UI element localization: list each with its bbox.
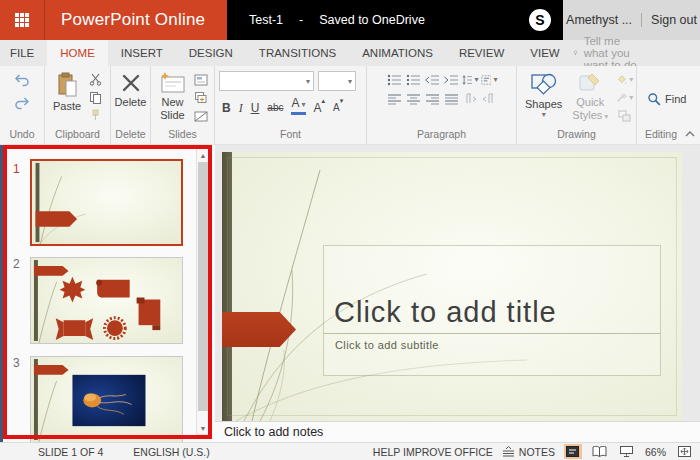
undo-group-label: Undo xyxy=(0,127,44,144)
normal-view-icon xyxy=(566,446,579,457)
new-slide-icon xyxy=(159,72,186,94)
tab-transitions[interactable]: TRANSITIONS xyxy=(246,40,349,66)
slide-canvas[interactable]: Click to add title Click to add subtitle xyxy=(222,152,682,421)
tab-home[interactable]: HOME xyxy=(47,40,108,66)
tab-design[interactable]: DESIGN xyxy=(176,40,246,66)
font-color-button[interactable]: A xyxy=(291,96,305,115)
ribbon-group-slides: New Slide Slides xyxy=(151,66,215,144)
shapes-button[interactable]: Shapes xyxy=(521,71,566,127)
notes-toggle[interactable]: NOTES xyxy=(502,446,555,458)
fit-to-window-button[interactable] xyxy=(675,444,693,459)
ribbon-group-font: B I U abc A A▴ A▾ Font xyxy=(215,66,367,144)
zoom-level[interactable]: 66% xyxy=(645,446,666,458)
sign-out-link[interactable]: Sign out xyxy=(641,13,697,27)
notes-placeholder[interactable]: Click to add notes xyxy=(215,421,700,442)
redo-button[interactable] xyxy=(14,96,30,114)
red-arrow-shape xyxy=(222,312,296,347)
shrink-font-button[interactable]: A▾ xyxy=(333,98,343,115)
title-placeholder[interactable]: Click to add title xyxy=(324,246,660,334)
tab-animations[interactable]: ANIMATIONS xyxy=(349,40,446,66)
scroll-up-arrow-icon[interactable]: ▲ xyxy=(197,149,209,161)
ltr-text-button[interactable] xyxy=(462,91,479,106)
bullets-button[interactable] xyxy=(386,72,403,87)
ribbon-tab-bar: FILE HOME INSERT DESIGN TRANSITIONS ANIM… xyxy=(0,40,700,66)
panel-scrollbar[interactable]: ▲ ▼ xyxy=(196,148,210,435)
slide-3-thumbnail[interactable] xyxy=(30,356,183,442)
slide-1-number: 1 xyxy=(13,162,20,176)
format-painter-button[interactable] xyxy=(87,108,104,123)
delete-button[interactable]: Delete xyxy=(111,71,151,127)
cut-button[interactable] xyxy=(87,72,104,87)
title-dash: - xyxy=(299,13,303,27)
document-info: Test-1 - Saved to OneDrive xyxy=(227,0,517,40)
scroll-down-arrow-icon[interactable]: ▼ xyxy=(197,422,209,434)
panel-scrollbar-thumb[interactable] xyxy=(198,162,208,411)
tab-file[interactable]: FILE xyxy=(0,40,47,66)
slideshow-view-button[interactable] xyxy=(618,444,636,459)
ribbon-group-undo: Undo xyxy=(0,66,45,144)
rtl-text-button[interactable] xyxy=(481,91,498,106)
account-name[interactable]: Amethyst ... xyxy=(566,13,641,27)
line-spacing-button[interactable] xyxy=(462,72,479,87)
shape-fill-button[interactable] xyxy=(616,72,633,87)
tab-review[interactable]: REVIEW xyxy=(446,40,517,66)
align-right-button[interactable] xyxy=(424,91,441,106)
language-indicator[interactable]: ENGLISH (U.S.) xyxy=(133,446,209,458)
copy-button[interactable] xyxy=(87,90,104,105)
slide-2-number: 2 xyxy=(13,257,20,271)
strikethrough-button[interactable]: abc xyxy=(267,101,283,115)
shape-outline-button[interactable] xyxy=(616,90,633,105)
document-title[interactable]: Test-1 xyxy=(249,13,283,27)
align-left-button[interactable] xyxy=(386,91,403,106)
slide-position-indicator: SLIDE 1 OF 4 xyxy=(38,446,103,458)
arrange-button[interactable] xyxy=(616,108,633,123)
shapes-icon xyxy=(530,72,558,96)
align-center-button[interactable] xyxy=(405,91,422,106)
tab-view[interactable]: VIEW xyxy=(517,40,572,66)
find-button[interactable]: Find xyxy=(641,71,692,127)
new-slide-label: New Slide xyxy=(159,96,186,121)
grow-font-button[interactable]: A▴ xyxy=(314,98,326,115)
slide-1-thumbnail[interactable] xyxy=(30,159,183,246)
quick-styles-label: Quick Styles xyxy=(570,96,610,121)
text-direction-button[interactable] xyxy=(481,72,498,87)
reading-view-button[interactable] xyxy=(591,444,609,459)
decrease-indent-button[interactable] xyxy=(424,72,441,87)
italic-button[interactable]: I xyxy=(239,101,243,115)
subtitle-placeholder[interactable]: Click to add subtitle xyxy=(324,334,660,356)
save-status: Saved to OneDrive xyxy=(319,13,425,27)
layout-button[interactable] xyxy=(192,72,209,87)
normal-view-button[interactable] xyxy=(564,444,582,459)
increase-indent-button[interactable] xyxy=(443,72,460,87)
new-slide-button[interactable]: New Slide xyxy=(155,71,190,127)
drawing-group-label: Drawing xyxy=(517,127,636,144)
slide-3-preview xyxy=(31,357,182,442)
hide-slide-button[interactable] xyxy=(192,108,209,123)
ribbon-group-delete: Delete Delete xyxy=(111,66,151,144)
title-placeholder-box[interactable]: Click to add title Click to add subtitle xyxy=(323,245,661,376)
font-size-select[interactable] xyxy=(318,71,356,91)
app-launcher-grid-icon xyxy=(15,13,29,27)
numbering-button[interactable] xyxy=(405,72,422,87)
paste-button[interactable]: Paste xyxy=(49,71,85,127)
collapse-ribbon-button[interactable] xyxy=(685,123,695,141)
skype-button[interactable] xyxy=(517,0,563,40)
bold-button[interactable]: B xyxy=(222,101,231,115)
font-group-label: Font xyxy=(215,127,366,144)
justify-button[interactable] xyxy=(443,91,460,106)
app-title: PowerPoint Online xyxy=(45,0,227,40)
slide-thumbnail-panel: 1 2 xyxy=(0,145,215,442)
find-label: Find xyxy=(665,93,686,105)
tab-insert[interactable]: INSERT xyxy=(108,40,176,66)
tell-me-box[interactable]: Tell me what you want to do xyxy=(573,40,700,66)
underline-button[interactable]: U xyxy=(251,101,260,115)
font-name-select[interactable] xyxy=(219,71,314,91)
ribbon-group-editing: Find Editing xyxy=(637,66,685,144)
help-improve-office-link[interactable]: HELP IMPROVE OFFICE xyxy=(373,446,493,458)
ribbon-group-paragraph: Paragraph xyxy=(367,66,517,144)
app-launcher-button[interactable] xyxy=(0,0,45,40)
quick-styles-button[interactable]: Quick Styles xyxy=(566,71,614,127)
duplicate-slide-button[interactable] xyxy=(192,90,209,105)
slide-2-thumbnail[interactable] xyxy=(30,257,183,344)
undo-button[interactable] xyxy=(14,73,30,91)
